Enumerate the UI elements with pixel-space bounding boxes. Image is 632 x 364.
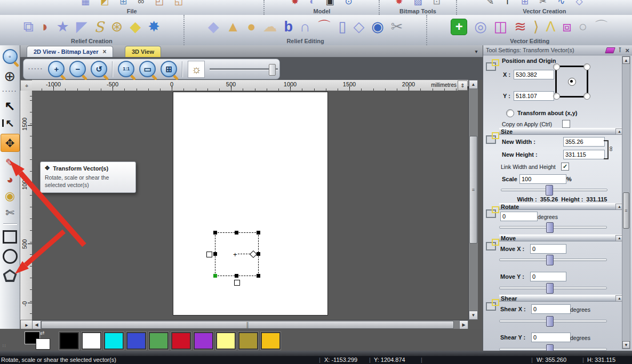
rotate-section-bar[interactable]: Rotate ▲: [499, 203, 625, 210]
offset-vector-icon[interactable]: ◎: [474, 20, 487, 34]
shear-x-slider-thumb[interactable]: [546, 316, 554, 327]
ruler-origin-button[interactable]: ⌖: [20, 80, 33, 92]
toolbar-import-icon[interactable]: ◰: [155, 0, 163, 7]
origin-corner-bottom-left[interactable]: [553, 93, 560, 100]
palette-swatch-gold[interactable]: [261, 332, 281, 350]
selection-outer-handle-left[interactable]: [206, 252, 212, 257]
toolbar-open-icon[interactable]: ◩: [100, 0, 109, 7]
zoom-1to1-icon[interactable]: 1:1: [118, 61, 134, 77]
flood-fill-tool-icon[interactable]: ◕: [6, 174, 13, 185]
bend-arcs-icon[interactable]: ⟩: [533, 20, 539, 34]
selection-outer-handle-bottom[interactable]: [234, 280, 240, 286]
transform-vectors-tool-icon[interactable]: ✥: [1, 134, 20, 152]
move-y-slider[interactable]: [499, 283, 607, 293]
zoom-in-icon[interactable]: +: [48, 61, 65, 77]
zoom-out-icon[interactable]: −: [69, 61, 86, 77]
toolbar-sphere-icon[interactable]: ⊙: [345, 0, 353, 7]
model-sheet[interactable]: [173, 92, 328, 316]
toolbar-bitmap-icon[interactable]: ▨: [414, 0, 422, 7]
shear-x-slider[interactable]: [499, 316, 607, 326]
rotate-slider-thumb[interactable]: [546, 222, 554, 233]
selection-handle-br[interactable]: [257, 274, 260, 278]
node-editing-tool-icon[interactable]: ↖: [5, 118, 14, 128]
palette-swatch-green[interactable]: [149, 332, 169, 350]
scale-slider[interactable]: [501, 185, 607, 195]
measure-tape-tool-icon[interactable]: ◉: [5, 190, 15, 202]
2d-canvas[interactable]: +: [32, 91, 468, 320]
extrude-icon[interactable]: ◤: [76, 20, 87, 34]
link-width-height-checkbox[interactable]: ✓: [561, 163, 569, 171]
create-vector-icon[interactable]: +: [451, 19, 467, 35]
blend-blob-icon[interactable]: ☁: [263, 20, 277, 34]
help-book-icon[interactable]: [605, 47, 615, 53]
close-arc-icon[interactable]: ⌒: [594, 20, 609, 34]
toolbar-flower-icon[interactable]: ✸: [395, 0, 403, 7]
toolbar-file-icon[interactable]: ▦: [81, 0, 90, 7]
selection-handle-tm[interactable]: [235, 231, 238, 234]
shear-y-input[interactable]: [531, 333, 571, 342]
new-height-input[interactable]: [563, 150, 605, 159]
pillow-frame-icon[interactable]: ▯: [339, 20, 347, 34]
scroll-up-button[interactable]: ▲: [469, 80, 478, 89]
texture-relief-icon[interactable]: ✸: [148, 20, 160, 34]
selection-rotation-handle[interactable]: [250, 250, 257, 258]
palette-swatch-pale-yellow[interactable]: [216, 332, 236, 350]
move-x-slider[interactable]: [499, 255, 607, 264]
select-vectors-tool-icon[interactable]: ↖: [4, 100, 15, 112]
toolbar-pencil-icon[interactable]: ✎: [486, 0, 494, 7]
palette-swatch-cyan[interactable]: [104, 332, 124, 350]
red-cap-icon[interactable]: ⌒: [317, 20, 332, 34]
palette-swatch-blue[interactable]: [126, 332, 146, 350]
wrap-arch-icon[interactable]: ∩: [300, 20, 310, 34]
panel-scroll-up-button[interactable]: ▲: [622, 56, 630, 64]
toolbar-wave-icon[interactable]: ∿: [557, 0, 565, 7]
tab-list-dropdown-icon[interactable]: ▾: [473, 48, 480, 54]
selection-handle-bm[interactable]: [235, 274, 238, 278]
toolbar-material-icon[interactable]: ◐: [309, 0, 315, 7]
origin-corner-top-right[interactable]: [583, 63, 590, 70]
move-x-input[interactable]: [530, 244, 566, 254]
size-section-bar[interactable]: Size ▲: [499, 128, 625, 135]
toolbar-frame-icon[interactable]: ⊡: [433, 0, 441, 7]
origin-corner-top-left[interactable]: [553, 63, 560, 70]
shear-x-input[interactable]: [531, 304, 571, 314]
relief-star-icon[interactable]: ★: [56, 20, 69, 34]
fit-vectors-icon[interactable]: ◫: [494, 20, 508, 34]
sculpt-icon[interactable]: ●: [247, 20, 255, 34]
move-x-slider-thumb[interactable]: [546, 255, 554, 265]
selection-handle-tl[interactable]: [213, 231, 217, 234]
group-vectors-icon[interactable]: ⧈: [563, 20, 572, 34]
swap-colours-icon[interactable]: ⇄: [40, 330, 44, 336]
shear-section-bar[interactable]: Shear ▲: [499, 295, 625, 302]
dome-icon[interactable]: ▲: [226, 20, 241, 34]
panel-scroll-down-button[interactable]: ▼: [622, 341, 630, 349]
new-width-input[interactable]: [563, 137, 605, 147]
toolbar-export-icon[interactable]: ◱: [174, 0, 182, 7]
carve-knife-icon[interactable]: ✂: [391, 20, 403, 34]
pan-globe-tool-icon[interactable]: ⊕: [4, 69, 16, 83]
scroll-right-button[interactable]: ▶: [459, 320, 468, 329]
circle-star-icon[interactable]: ◉: [371, 20, 384, 34]
secondary-colour-swatch[interactable]: [36, 338, 50, 350]
zoom-slider-thumb[interactable]: [269, 64, 276, 76]
origin-center-selected[interactable]: [568, 78, 576, 86]
move-y-slider-thumb[interactable]: [546, 283, 554, 294]
vector-doctor-icon[interactable]: Λ: [546, 20, 556, 34]
toolbar-grid-icon[interactable]: ⊞: [521, 0, 529, 7]
tab-2d-view[interactable]: 2D View - Bitmap Layer ×: [27, 46, 113, 57]
scale-input[interactable]: [519, 174, 566, 184]
polygon-tool-icon[interactable]: [3, 269, 17, 282]
transform-about-radio[interactable]: [506, 109, 514, 117]
move-section-bar[interactable]: Move ▲: [499, 234, 625, 241]
y-input[interactable]: [514, 91, 554, 101]
offset-relief-icon[interactable]: ◆: [130, 20, 141, 34]
emboss-icon[interactable]: b: [284, 20, 293, 34]
toolbar-diamond-icon[interactable]: ◇: [575, 0, 582, 7]
zoom-extents-icon[interactable]: ⊞: [161, 61, 177, 77]
canvas-vertical-scrollbar[interactable]: ▲ ≡ ▼: [468, 80, 478, 320]
rectangle-tool-icon[interactable]: [3, 230, 17, 244]
selection-center-cross[interactable]: +: [233, 250, 237, 258]
sculpt-pencil-tool-icon[interactable]: ✎: [5, 157, 15, 168]
smooth-relief-icon[interactable]: ◆: [208, 20, 219, 34]
vector-texture-icon[interactable]: ≋: [514, 20, 526, 34]
